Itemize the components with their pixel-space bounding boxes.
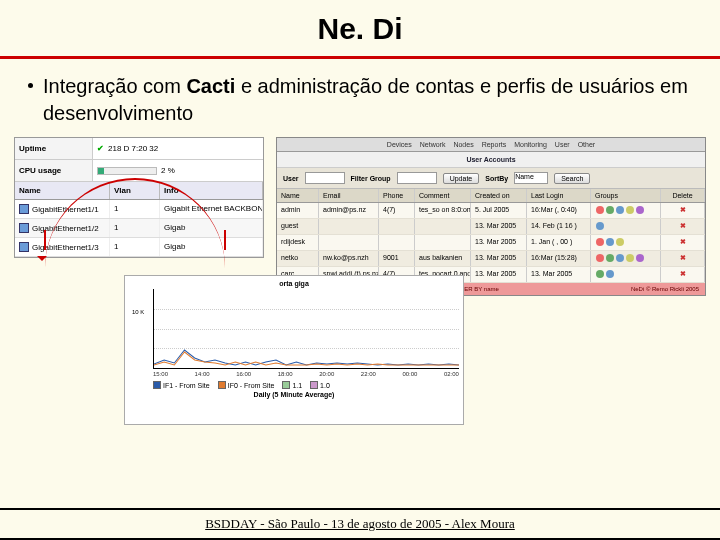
x-tick: 22:00 — [361, 371, 376, 377]
cell: 9001 — [379, 251, 415, 266]
th-created: Created on — [471, 189, 527, 202]
cpu-bar — [97, 167, 157, 175]
table-row: admin admin@ps.nz 4(7) tes_so on 8:0:on … — [277, 203, 705, 219]
cell: 14. Feb (1 16 ) — [527, 219, 591, 234]
uptime-value: 218 D 7:20 32 — [108, 144, 158, 153]
panel-title: User Accounts — [277, 152, 705, 168]
cell: 13. Mar 2005 — [471, 267, 527, 282]
nav-item[interactable]: Reports — [482, 141, 507, 148]
cell: 5. Jul 2005 — [471, 203, 527, 218]
legend-label: 1.0 — [320, 382, 330, 389]
groups-cell — [591, 267, 661, 282]
nav-item[interactable]: Devices — [387, 141, 412, 148]
slide-title: Ne. Di — [0, 12, 720, 46]
arrow-icon — [37, 256, 47, 266]
th-email: Email — [319, 189, 379, 202]
table-row: guest 13. Mar 2005 14. Feb (1 16 ) ✖ — [277, 219, 705, 235]
delete-icon[interactable]: ✖ — [680, 206, 686, 213]
device-info-panel: Uptime ✔218 D 7:20 32 CPU usage 2 % Name… — [14, 137, 264, 258]
cell: 4(7) — [379, 203, 415, 218]
x-tick: 16:00 — [236, 371, 251, 377]
sortby-label: SortBy — [485, 175, 508, 182]
traffic-chart: orta giga 10 K 15:00 14:00 16:00 18:00 2… — [124, 275, 464, 425]
cell: 16:Mar (15:28) — [527, 251, 591, 266]
cell: guest — [277, 219, 319, 234]
legend-label: IF1 - From Site — [163, 382, 210, 389]
nav-item[interactable]: Other — [578, 141, 596, 148]
nav-item[interactable]: Nodes — [453, 141, 473, 148]
metric-label-uptime: Uptime — [15, 138, 93, 159]
th-phone: Phone — [379, 189, 415, 202]
bullet-area: Integração com Cacti e administração de … — [0, 59, 720, 137]
x-tick: 00:00 — [402, 371, 417, 377]
groups-cell — [591, 203, 661, 218]
cell: tes_so on 8:0:on — [415, 203, 471, 218]
filter-label: Filter Group — [351, 175, 391, 182]
x-tick: 18:00 — [278, 371, 293, 377]
x-tick: 20:00 — [319, 371, 334, 377]
legend-label: 1.1 — [292, 382, 302, 389]
table-row: rdijdesk 13. Mar 2005 1. Jan ( , 00 ) ✖ — [277, 235, 705, 251]
port-icon — [19, 242, 29, 252]
groups-cell — [591, 235, 661, 250]
user-accounts-panel: Devices Network Nodes Reports Monitoring… — [276, 137, 706, 296]
cell: 13. Mar 2005 — [471, 235, 527, 250]
filter-input[interactable] — [397, 172, 437, 184]
cell: nw.ko@ps.nzh — [319, 251, 379, 266]
cell — [319, 219, 379, 234]
cell — [319, 235, 379, 250]
chart-subtitle: Daily (5 Minute Average) — [129, 391, 459, 398]
port-icon — [19, 223, 29, 233]
th-comment: Comment — [415, 189, 471, 202]
port-icon — [19, 204, 29, 214]
bullet-pre: Integração com — [43, 75, 186, 97]
table-row: netko nw.ko@ps.nzh 9001 aus balkanien 13… — [277, 251, 705, 267]
copyright-text: NeDi © Remo Rickli 2005 — [631, 286, 699, 292]
cell: netko — [277, 251, 319, 266]
delete-icon[interactable]: ✖ — [680, 238, 686, 245]
delete-icon[interactable]: ✖ — [680, 270, 686, 277]
nav-item[interactable]: Monitoring — [514, 141, 547, 148]
cell — [379, 219, 415, 234]
groups-cell — [591, 219, 661, 234]
cell: rdijdesk — [277, 235, 319, 250]
th-groups: Groups — [591, 189, 661, 202]
groups-cell — [591, 251, 661, 266]
cell: 16:Mar (, 0:40) — [527, 203, 591, 218]
nav-item[interactable]: Network — [420, 141, 446, 148]
cell: admin — [277, 203, 319, 218]
cell — [415, 235, 471, 250]
nav-item[interactable]: User — [555, 141, 570, 148]
nav-bar: Devices Network Nodes Reports Monitoring… — [277, 138, 705, 152]
bullet-dot — [28, 83, 33, 88]
legend-label: IF0 - From Site — [228, 382, 275, 389]
th-delete: Delete — [661, 189, 705, 202]
legend: IF1 - From Site IF0 - From Site 1.1 1.0 — [153, 381, 459, 389]
cell: aus balkanien — [415, 251, 471, 266]
x-tick: 14:00 — [195, 371, 210, 377]
metric-label-cpu: CPU usage — [15, 160, 93, 181]
th-login: Last Login — [527, 189, 591, 202]
sortby-select[interactable]: Name — [514, 172, 548, 184]
slide-footer: BSDDAY - São Paulo - 13 de agosto de 200… — [0, 508, 720, 540]
x-tick: 02:00 — [444, 371, 459, 377]
footer-text: BSDDAY - São Paulo - 13 de agosto de 200… — [205, 516, 515, 531]
chart-plot: 10 K — [153, 289, 459, 369]
cell: admin@ps.nz — [319, 203, 379, 218]
update-button[interactable]: Update — [443, 173, 480, 184]
cell: 1. Jan ( , 00 ) — [527, 235, 591, 250]
cell: 13. Mar 2005 — [471, 251, 527, 266]
search-button[interactable]: Search — [554, 173, 590, 184]
cell — [415, 219, 471, 234]
th-name: Name — [277, 189, 319, 202]
x-tick: 15:00 — [153, 371, 168, 377]
check-icon: ✔ — [97, 144, 104, 153]
bullet-text: Integração com Cacti e administração de … — [43, 73, 692, 127]
cell — [379, 235, 415, 250]
user-input[interactable] — [305, 172, 345, 184]
bullet-bold: Cacti — [186, 75, 235, 97]
cpu-value: 2 % — [161, 166, 175, 175]
user-label: User — [283, 175, 299, 182]
delete-icon[interactable]: ✖ — [680, 222, 686, 229]
delete-icon[interactable]: ✖ — [680, 254, 686, 261]
